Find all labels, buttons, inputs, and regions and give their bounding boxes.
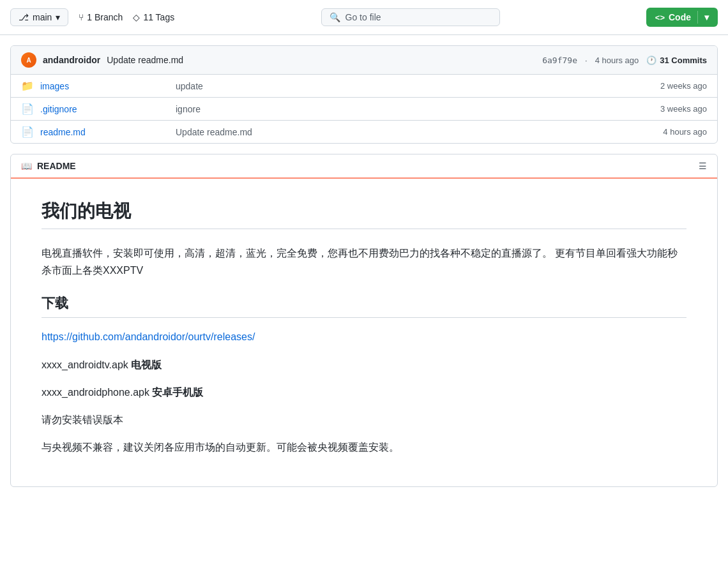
repo-meta: ⑂ 1 Branch ◇ 11 Tags xyxy=(79,12,174,22)
go-to-file-button[interactable]: 🔍 Go to file xyxy=(321,8,500,26)
commit-time-separator: · xyxy=(585,56,588,65)
apk1-bold: 电视版 xyxy=(131,359,162,370)
tags-count: 11 Tags xyxy=(143,12,174,22)
commits-link[interactable]: 🕐 31 Commits xyxy=(646,56,707,65)
apk1-prefix: xxxx_androidtv.apk xyxy=(42,359,131,370)
search-icon: 🔍 xyxy=(330,12,340,22)
file-description: ignore xyxy=(176,104,653,114)
commit-message: Update readme.md xyxy=(107,55,183,65)
apk2-prefix: xxxx_androidphone.apk xyxy=(42,387,152,398)
releases-link[interactable]: https://github.com/andandroidor/ourtv/re… xyxy=(42,331,255,342)
search-placeholder: Go to file xyxy=(345,12,381,22)
readme-card: 📖 README ☰ 我们的电视 电视直播软件，安装即可使用，高清，超清，蓝光，… xyxy=(10,154,718,487)
file-list: 📁imagesupdate2 weeks ago📄.gitignoreignor… xyxy=(11,75,717,143)
code-button-label: Code xyxy=(669,12,691,22)
branches-link[interactable]: ⑂ 1 Branch xyxy=(79,12,123,22)
folder-icon: 📁 xyxy=(21,80,33,92)
file-card: A andandroidor Update readme.md 6a9f79e … xyxy=(10,45,718,144)
search-area: 🔍 Go to file xyxy=(179,8,641,26)
commit-bar: A andandroidor Update readme.md 6a9f79e … xyxy=(11,46,717,75)
readme-link-para: https://github.com/andandroidor/ourtv/re… xyxy=(42,328,686,345)
code-btn-divider xyxy=(697,11,698,24)
branch-git-icon: ⎇ xyxy=(19,12,29,22)
avatar: A xyxy=(21,52,36,68)
table-row: 📁imagesupdate2 weeks ago xyxy=(11,75,717,98)
branch-name: main xyxy=(33,12,52,22)
branch-selector[interactable]: ⎇ main ▾ xyxy=(10,8,68,26)
file-icon: 📄 xyxy=(21,103,33,115)
commit-time: 4 hours ago xyxy=(595,56,639,65)
table-row: 📄.gitignoreignore3 weeks ago xyxy=(11,98,717,121)
commit-hash[interactable]: 6a9f79e xyxy=(542,56,577,65)
branches-count: 1 Branch xyxy=(87,12,123,22)
file-time: 2 weeks ago xyxy=(660,81,707,91)
chevron-down-icon: ▾ xyxy=(56,12,60,22)
readme-title: README xyxy=(37,161,76,171)
readme-apk2: xxxx_androidphone.apk 安卓手机版 xyxy=(42,384,686,401)
commit-left: A andandroidor Update readme.md xyxy=(21,52,183,68)
readme-h1: 我们的电视 xyxy=(42,199,686,229)
table-row: 📄readme.mdUpdate readme.md4 hours ago xyxy=(11,121,717,143)
tags-link[interactable]: ◇ 11 Tags xyxy=(133,12,174,22)
toolbar: ⎇ main ▾ ⑂ 1 Branch ◇ 11 Tags 🔍 Go to fi… xyxy=(0,0,728,35)
commits-count: 31 Commits xyxy=(660,56,707,65)
commit-right: 6a9f79e · 4 hours ago 🕐 31 Commits xyxy=(542,56,707,65)
commit-author[interactable]: andandroidor xyxy=(43,55,100,65)
code-icon: <> xyxy=(655,13,665,22)
book-icon: 📖 xyxy=(21,161,32,171)
readme-note2: 与央视频不兼容，建议关闭各应用市场的自动更新。可能会被央视频覆盖安装。 xyxy=(42,439,686,456)
branch-fork-icon: ⑂ xyxy=(79,12,84,22)
file-name[interactable]: .gitignore xyxy=(40,104,168,114)
file-icon: 📄 xyxy=(21,126,33,138)
readme-title-wrap: 📖 README xyxy=(21,161,76,171)
readme-note1: 请勿安装错误版本 xyxy=(42,411,686,428)
menu-icon: ☰ xyxy=(699,161,707,171)
readme-p1: 电视直播软件，安装即可使用，高清，超清，蓝光，完全免费，您再也不用费劲巴力的找各… xyxy=(42,244,686,279)
file-description: update xyxy=(176,81,653,91)
file-time: 3 weeks ago xyxy=(660,104,707,114)
tag-icon: ◇ xyxy=(133,12,140,22)
readme-content: 我们的电视 电视直播软件，安装即可使用，高清，超清，蓝光，完全免费，您再也不用费… xyxy=(11,179,717,486)
file-time: 4 hours ago xyxy=(663,127,707,137)
readme-h2: 下载 xyxy=(42,294,686,318)
file-description: Update readme.md xyxy=(176,127,655,137)
file-name[interactable]: images xyxy=(40,81,168,91)
readme-header: 📖 README ☰ xyxy=(11,154,717,179)
apk2-bold: 安卓手机版 xyxy=(152,387,203,398)
code-button[interactable]: <> Code ▾ xyxy=(646,8,718,27)
clock-icon: 🕐 xyxy=(646,56,656,65)
readme-apk1: xxxx_androidtv.apk 电视版 xyxy=(42,356,686,373)
file-name[interactable]: readme.md xyxy=(40,127,168,137)
readme-actions[interactable]: ☰ xyxy=(699,161,707,171)
code-dropdown-icon: ▾ xyxy=(704,12,709,22)
